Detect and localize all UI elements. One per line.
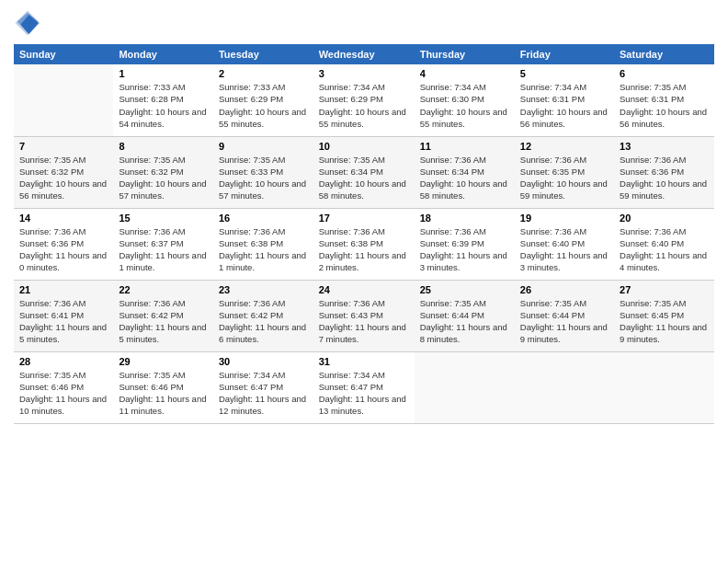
col-header-saturday: Saturday — [614, 44, 714, 64]
day-info: Sunrise: 7:36 AMSunset: 6:37 PMDaylight:… — [119, 225, 208, 274]
day-number: 10 — [319, 141, 409, 152]
day-number: 19 — [520, 213, 609, 224]
day-info: Sunrise: 7:33 AMSunset: 6:29 PMDaylight:… — [219, 81, 308, 130]
day-info: Sunrise: 7:35 AMSunset: 6:46 PMDaylight:… — [19, 369, 108, 418]
day-info: Sunrise: 7:36 AMSunset: 6:38 PMDaylight:… — [219, 225, 308, 274]
day-number: 27 — [620, 284, 709, 295]
day-cell: 7Sunrise: 7:35 AMSunset: 6:32 PMDaylight… — [14, 136, 113, 208]
day-cell: 2Sunrise: 7:33 AMSunset: 6:29 PMDaylight… — [213, 64, 313, 136]
day-number: 22 — [119, 284, 208, 295]
week-row-3: 14Sunrise: 7:36 AMSunset: 6:36 PMDayligh… — [14, 208, 714, 280]
day-info: Sunrise: 7:36 AMSunset: 6:34 PMDaylight:… — [420, 154, 509, 202]
week-row-5: 28Sunrise: 7:35 AMSunset: 6:46 PMDayligh… — [14, 351, 714, 423]
day-number: 9 — [219, 141, 308, 152]
day-cell: 10Sunrise: 7:35 AMSunset: 6:34 PMDayligh… — [313, 136, 415, 208]
day-cell: 23Sunrise: 7:36 AMSunset: 6:42 PMDayligh… — [213, 280, 313, 351]
day-info: Sunrise: 7:36 AMSunset: 6:35 PMDaylight:… — [520, 154, 609, 202]
day-cell: 18Sunrise: 7:36 AMSunset: 6:39 PMDayligh… — [415, 208, 515, 280]
day-cell: 24Sunrise: 7:36 AMSunset: 6:43 PMDayligh… — [313, 280, 415, 351]
day-cell: 20Sunrise: 7:36 AMSunset: 6:40 PMDayligh… — [614, 208, 714, 280]
col-header-wednesday: Wednesday — [313, 44, 415, 64]
day-number: 4 — [420, 68, 509, 79]
logo — [14, 9, 45, 37]
day-number: 26 — [520, 284, 609, 295]
day-info: Sunrise: 7:36 AMSunset: 6:36 PMDaylight:… — [620, 154, 709, 202]
day-number: 12 — [520, 141, 609, 152]
day-info: Sunrise: 7:34 AMSunset: 6:29 PMDaylight:… — [319, 81, 409, 130]
col-header-monday: Monday — [113, 44, 213, 64]
day-number: 20 — [620, 213, 709, 224]
day-info: Sunrise: 7:35 AMSunset: 6:32 PMDaylight:… — [119, 154, 208, 202]
day-number: 15 — [119, 213, 208, 224]
day-cell: 30Sunrise: 7:34 AMSunset: 6:47 PMDayligh… — [213, 351, 313, 423]
day-info: Sunrise: 7:35 AMSunset: 6:33 PMDaylight:… — [219, 154, 308, 202]
day-number: 2 — [219, 68, 308, 79]
day-cell — [614, 351, 714, 423]
day-cell: 14Sunrise: 7:36 AMSunset: 6:36 PMDayligh… — [14, 208, 113, 280]
page-container: SundayMondayTuesdayWednesdayThursdayFrid… — [0, 0, 728, 433]
day-cell: 17Sunrise: 7:36 AMSunset: 6:38 PMDayligh… — [313, 208, 415, 280]
page-header — [14, 9, 714, 37]
day-cell: 12Sunrise: 7:36 AMSunset: 6:35 PMDayligh… — [515, 136, 614, 208]
day-info: Sunrise: 7:33 AMSunset: 6:28 PMDaylight:… — [119, 81, 208, 130]
day-cell: 26Sunrise: 7:35 AMSunset: 6:44 PMDayligh… — [515, 280, 614, 351]
day-number: 16 — [219, 213, 308, 224]
day-cell: 1Sunrise: 7:33 AMSunset: 6:28 PMDaylight… — [113, 64, 213, 136]
day-number: 13 — [620, 141, 709, 152]
day-number: 1 — [119, 68, 208, 79]
calendar-table: SundayMondayTuesdayWednesdayThursdayFrid… — [14, 44, 714, 424]
day-info: Sunrise: 7:36 AMSunset: 6:43 PMDaylight:… — [319, 297, 409, 346]
day-cell: 6Sunrise: 7:35 AMSunset: 6:31 PMDaylight… — [614, 64, 714, 136]
day-number: 31 — [319, 356, 409, 367]
day-number: 6 — [620, 68, 709, 79]
day-cell: 11Sunrise: 7:36 AMSunset: 6:34 PMDayligh… — [415, 136, 515, 208]
day-number: 21 — [19, 284, 108, 295]
day-info: Sunrise: 7:36 AMSunset: 6:38 PMDaylight:… — [319, 225, 409, 274]
day-number: 11 — [420, 141, 509, 152]
day-cell — [515, 351, 614, 423]
day-info: Sunrise: 7:34 AMSunset: 6:31 PMDaylight:… — [520, 81, 609, 130]
day-number: 23 — [219, 284, 308, 295]
day-number: 17 — [319, 213, 409, 224]
day-info: Sunrise: 7:36 AMSunset: 6:41 PMDaylight:… — [19, 297, 108, 346]
day-cell: 8Sunrise: 7:35 AMSunset: 6:32 PMDaylight… — [113, 136, 213, 208]
day-info: Sunrise: 7:36 AMSunset: 6:36 PMDaylight:… — [19, 225, 108, 274]
day-number: 7 — [19, 141, 108, 152]
day-number: 28 — [19, 356, 108, 367]
day-info: Sunrise: 7:35 AMSunset: 6:44 PMDaylight:… — [520, 297, 609, 346]
day-number: 3 — [319, 68, 409, 79]
day-info: Sunrise: 7:36 AMSunset: 6:42 PMDaylight:… — [119, 297, 208, 346]
day-number: 25 — [420, 284, 509, 295]
header-row: SundayMondayTuesdayWednesdayThursdayFrid… — [14, 44, 714, 64]
day-number: 18 — [420, 213, 509, 224]
day-cell: 16Sunrise: 7:36 AMSunset: 6:38 PMDayligh… — [213, 208, 313, 280]
logo-icon — [14, 9, 41, 37]
day-info: Sunrise: 7:34 AMSunset: 6:30 PMDaylight:… — [420, 81, 509, 130]
week-row-2: 7Sunrise: 7:35 AMSunset: 6:32 PMDaylight… — [14, 136, 714, 208]
day-info: Sunrise: 7:34 AMSunset: 6:47 PMDaylight:… — [319, 369, 409, 418]
week-row-4: 21Sunrise: 7:36 AMSunset: 6:41 PMDayligh… — [14, 280, 714, 351]
day-cell: 29Sunrise: 7:35 AMSunset: 6:46 PMDayligh… — [113, 351, 213, 423]
day-cell: 15Sunrise: 7:36 AMSunset: 6:37 PMDayligh… — [113, 208, 213, 280]
day-cell — [415, 351, 515, 423]
day-cell: 21Sunrise: 7:36 AMSunset: 6:41 PMDayligh… — [14, 280, 113, 351]
day-cell: 5Sunrise: 7:34 AMSunset: 6:31 PMDaylight… — [515, 64, 614, 136]
col-header-friday: Friday — [515, 44, 614, 64]
day-info: Sunrise: 7:35 AMSunset: 6:31 PMDaylight:… — [620, 81, 709, 130]
day-info: Sunrise: 7:36 AMSunset: 6:40 PMDaylight:… — [620, 225, 709, 274]
day-cell — [14, 64, 113, 136]
day-number: 29 — [119, 356, 208, 367]
day-number: 24 — [319, 284, 409, 295]
day-number: 8 — [119, 141, 208, 152]
week-row-1: 1Sunrise: 7:33 AMSunset: 6:28 PMDaylight… — [14, 64, 714, 136]
day-cell: 27Sunrise: 7:35 AMSunset: 6:45 PMDayligh… — [614, 280, 714, 351]
day-info: Sunrise: 7:35 AMSunset: 6:44 PMDaylight:… — [420, 297, 509, 346]
day-cell: 19Sunrise: 7:36 AMSunset: 6:40 PMDayligh… — [515, 208, 614, 280]
day-cell: 4Sunrise: 7:34 AMSunset: 6:30 PMDaylight… — [415, 64, 515, 136]
day-info: Sunrise: 7:34 AMSunset: 6:47 PMDaylight:… — [219, 369, 308, 418]
day-cell: 9Sunrise: 7:35 AMSunset: 6:33 PMDaylight… — [213, 136, 313, 208]
day-cell: 13Sunrise: 7:36 AMSunset: 6:36 PMDayligh… — [614, 136, 714, 208]
day-info: Sunrise: 7:35 AMSunset: 6:46 PMDaylight:… — [119, 369, 208, 418]
col-header-sunday: Sunday — [14, 44, 113, 64]
day-cell: 22Sunrise: 7:36 AMSunset: 6:42 PMDayligh… — [113, 280, 213, 351]
